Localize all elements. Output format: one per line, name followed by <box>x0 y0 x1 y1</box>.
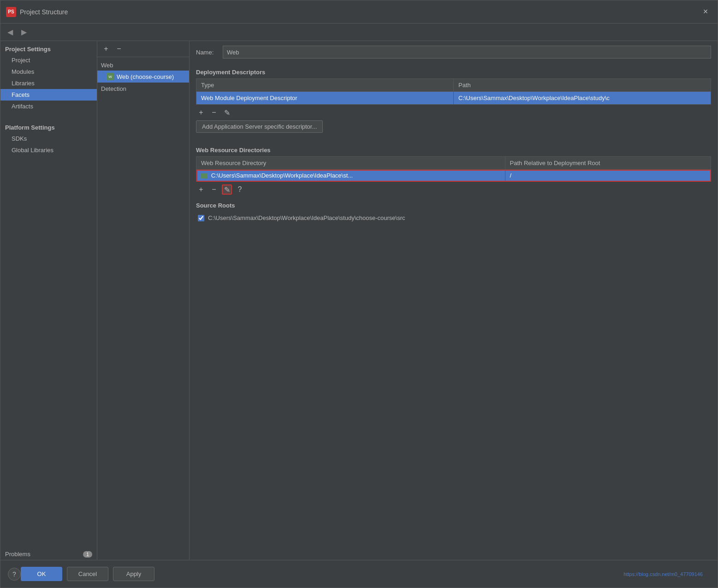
forward-button[interactable]: ▶ <box>18 26 30 38</box>
middle-toolbar: + − <box>97 41 189 57</box>
table-row[interactable]: Web Module Deployment Descriptor C:\User… <box>196 92 711 105</box>
deployment-type-cell: Web Module Deployment Descriptor <box>196 92 454 105</box>
deployment-descriptors-title: Deployment Descriptors <box>196 69 711 76</box>
apply-button[interactable]: Apply <box>113 567 154 581</box>
sidebar-item-artifacts[interactable]: Artifacts <box>0 101 97 112</box>
sidebar-item-modules[interactable]: Modules <box>0 66 97 77</box>
middle-item-label: Web (choose-course) <box>117 73 174 80</box>
deployment-table: Type Path Web Module Deployment Descript… <box>196 78 711 105</box>
problems-label: Problems <box>5 551 83 558</box>
middle-detection-label: Detection <box>97 83 189 94</box>
main-content: Project Settings Project Modules Librari… <box>0 41 718 560</box>
middle-add-button[interactable]: + <box>101 44 111 54</box>
source-root-checkbox[interactable] <box>198 215 204 221</box>
source-root-path: C:\Users\Sammax\Desktop\Workplace\IdeaPl… <box>208 214 405 221</box>
back-button[interactable]: ◀ <box>4 26 16 38</box>
project-structure-dialog: PS Project Structure × ◀ ▶ Project Setti… <box>0 0 718 588</box>
web-resource-col-dir: Web Resource Directory <box>196 157 505 170</box>
dialog-title: Project Structure <box>20 8 699 16</box>
deployment-path-cell: C:\Users\Sammax\Desktop\Workplace\IdeaPl… <box>454 92 711 105</box>
name-input[interactable] <box>223 46 711 59</box>
ok-button[interactable]: OK <box>21 567 62 581</box>
web-resource-path-cell: / <box>505 170 711 182</box>
middle-group-web: Web <box>97 59 189 71</box>
web-resource-dir-cell: C:\Users\Sammax\Desktop\Workplace\IdeaPl… <box>196 170 505 182</box>
sidebar: Project Settings Project Modules Librari… <box>0 41 97 560</box>
cancel-button[interactable]: Cancel <box>67 567 108 581</box>
sidebar-problems-row[interactable]: Problems 1 <box>0 548 97 560</box>
sidebar-item-libraries[interactable]: Libraries <box>0 77 97 89</box>
deployment-col-type: Type <box>196 79 454 92</box>
source-roots-title: Source Roots <box>196 202 711 209</box>
add-descriptor-button[interactable]: Add Application Server specific descript… <box>196 120 323 133</box>
app-icon-text: PS <box>8 9 14 14</box>
deployment-toolbar: + − ✎ <box>196 105 711 120</box>
name-label: Name: <box>196 49 219 56</box>
middle-list: Web W Web (choose-course) Detection <box>97 57 189 560</box>
name-row: Name: <box>190 41 718 63</box>
bottom-bar: ? OK Cancel Apply https://blog.csdn.net/… <box>0 560 718 588</box>
right-panel: Name: Deployment Descriptors Type Path <box>190 41 718 560</box>
sidebar-item-project[interactable]: Project <box>0 54 97 66</box>
platform-settings-label: Platform Settings <box>0 119 97 133</box>
middle-remove-button[interactable]: − <box>114 44 124 54</box>
web-resource-row[interactable]: C:\Users\Sammax\Desktop\Workplace\IdeaPl… <box>196 170 711 182</box>
svg-text:W: W <box>108 75 112 79</box>
bottom-url: https://blog.csdn.net/m0_47709146 <box>623 571 710 577</box>
sidebar-spacer <box>0 112 97 119</box>
deployment-add-button[interactable]: + <box>196 107 206 118</box>
right-content: Deployment Descriptors Type Path Web Mod… <box>190 63 718 560</box>
web-resource-table: Web Resource Directory Path Relative to … <box>196 156 711 182</box>
nav-bar: ◀ ▶ <box>0 24 718 41</box>
project-settings-label: Project Settings <box>0 41 97 54</box>
middle-item-web-choose-course[interactable]: W Web (choose-course) <box>97 71 189 83</box>
sidebar-item-facets[interactable]: Facets <box>0 89 97 101</box>
web-resource-col-path: Path Relative to Deployment Root <box>505 157 711 170</box>
bottom-right: OK Cancel Apply <box>21 567 154 581</box>
sidebar-item-global-libraries[interactable]: Global Libraries <box>0 144 97 156</box>
close-button[interactable]: × <box>699 6 712 18</box>
title-bar: PS Project Structure × <box>0 0 718 24</box>
deployment-col-path: Path <box>454 79 711 92</box>
web-resource-toolbar: + − ✎ ? <box>196 182 711 197</box>
web-facet-icon: W <box>107 73 114 80</box>
web-resource-help-button[interactable]: ? <box>235 184 245 195</box>
deployment-remove-button[interactable]: − <box>209 107 219 118</box>
source-roots-row: C:\Users\Sammax\Desktop\Workplace\IdeaPl… <box>196 212 711 224</box>
problems-badge: 1 <box>83 551 92 558</box>
web-resource-dir-title: Web Resource Directories <box>196 147 711 154</box>
deployment-edit-button[interactable]: ✎ <box>222 107 232 118</box>
app-icon: PS <box>6 7 16 17</box>
middle-panel: + − Web W Web (choose-course) Detection <box>97 41 190 560</box>
web-resource-add-button[interactable]: + <box>196 184 206 195</box>
bottom-left: ? <box>8 568 21 581</box>
web-resource-edit-button[interactable]: ✎ <box>222 184 232 195</box>
web-resource-remove-button[interactable]: − <box>209 184 219 195</box>
help-button[interactable]: ? <box>8 568 21 581</box>
folder-icon <box>201 173 208 178</box>
sidebar-item-sdks[interactable]: SDKs <box>0 133 97 144</box>
